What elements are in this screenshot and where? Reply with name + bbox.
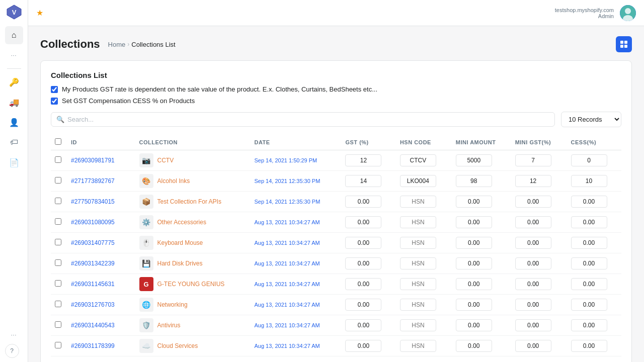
row-mini-gst-input[interactable] [515,237,551,249]
row-mini-gst-input[interactable] [515,299,551,311]
breadcrumb-home[interactable]: Home [108,41,126,48]
avatar[interactable] [620,5,636,21]
row-hsn-input[interactable] [400,154,436,166]
row-cess-input[interactable] [571,278,607,290]
row-id-link[interactable]: #269031440543 [71,322,115,329]
row-hsn-input[interactable] [400,299,436,311]
checkbox-gst-compensation[interactable] [51,98,58,105]
sidebar-item-more[interactable]: ··· [5,46,23,64]
grid-view-button[interactable] [616,36,632,52]
sidebar-item-documents[interactable]: 📄 [5,153,23,171]
row-mini-gst-input[interactable] [515,319,551,331]
row-collection-link[interactable]: Cloud Services [157,342,198,349]
row-checkbox[interactable] [55,198,61,204]
row-hsn-input[interactable] [400,175,436,187]
select-all-checkbox[interactable] [55,138,61,145]
row-id-link[interactable]: #269031145631 [71,281,115,288]
row-checkbox[interactable] [55,177,61,184]
row-mini-amount-input[interactable] [456,257,492,269]
sidebar-item-delivery[interactable]: 🚚 [5,93,23,111]
row-collection-link[interactable]: Hard Disk Drives [157,260,203,267]
records-select[interactable]: 10 Records 25 Records 50 Records 100 Rec… [561,112,621,127]
row-gst-input[interactable] [345,278,381,290]
row-hsn-input[interactable] [400,278,436,290]
row-id-link[interactable]: #269031276703 [71,301,115,308]
row-id-link[interactable]: #269031080095 [71,219,115,226]
sidebar-item-home[interactable]: ⌂ [5,26,23,44]
row-gst-input[interactable] [345,154,381,166]
sidebar-item-users[interactable]: 👤 [5,113,23,131]
row-checkbox[interactable] [55,259,61,266]
row-mini-amount-input[interactable] [456,196,492,208]
row-collection-link[interactable]: CCTV [157,157,174,164]
row-hsn-input[interactable] [400,257,436,269]
row-mini-gst-input[interactable] [515,216,551,228]
row-checkbox[interactable] [55,301,61,307]
row-gst-input[interactable] [345,257,381,269]
row-collection-link[interactable]: Test Collection For APIs [157,198,221,205]
row-id-link[interactable]: #271773892767 [71,177,115,185]
row-hsn-input[interactable] [400,196,436,208]
sidebar-item-help[interactable]: ? [5,344,19,358]
row-id-link[interactable]: #269031178399 [71,342,115,349]
row-cess-input[interactable] [571,154,607,166]
row-id-link[interactable]: #269031407775 [71,239,115,246]
row-collection-link[interactable]: G-TEC YOUNG GENIUS [157,281,225,288]
row-checkbox[interactable] [55,280,61,287]
row-id-link[interactable]: #277507834015 [71,198,115,205]
row-hsn-input[interactable] [400,237,436,249]
row-gst-input[interactable] [345,299,381,311]
row-mini-gst-input[interactable] [515,154,551,166]
row-gst-input[interactable] [345,237,381,249]
star-icon[interactable]: ★ [36,8,43,18]
sidebar-item-keys[interactable]: 🔑 [5,73,23,91]
row-mini-amount-input[interactable] [456,299,492,311]
row-gst-input[interactable] [345,216,381,228]
row-collection-link[interactable]: Alcohol Inks [157,177,190,185]
row-id-link[interactable]: #269031342239 [71,260,115,267]
row-checkbox[interactable] [55,239,61,245]
row-mini-amount-input[interactable] [456,154,492,166]
row-cess-input[interactable] [571,216,607,228]
row-gst-input[interactable] [345,196,381,208]
row-mini-amount-input[interactable] [456,216,492,228]
row-mini-gst-input[interactable] [515,340,551,352]
row-cess-input[interactable] [571,237,607,249]
row-cess-input[interactable] [571,299,607,311]
row-hsn-input[interactable] [400,340,436,352]
row-mini-amount-input[interactable] [456,278,492,290]
row-mini-gst-input[interactable] [515,257,551,269]
row-mini-amount-input[interactable] [456,319,492,331]
row-checkbox[interactable] [55,156,61,163]
row-cess-input[interactable] [571,340,607,352]
row-checkbox[interactable] [55,218,61,225]
row-mini-gst-input[interactable] [515,278,551,290]
row-cess-input[interactable] [571,196,607,208]
row-id-link[interactable]: #269030981791 [71,157,115,164]
row-cess-cell [567,192,621,212]
sidebar-item-more2[interactable]: ··· [5,326,23,344]
row-collection-link[interactable]: Networking [157,301,188,308]
row-collection-link[interactable]: Keyboard Mouse [157,239,203,246]
search-input[interactable] [67,116,549,123]
row-cess-input[interactable] [571,175,607,187]
row-gst-input[interactable] [345,319,381,331]
app-logo[interactable]: V [6,4,22,20]
sidebar-item-tags[interactable]: 🏷 [5,133,23,151]
row-hsn-input[interactable] [400,319,436,331]
row-cess-input[interactable] [571,319,607,331]
row-gst-input[interactable] [345,175,381,187]
row-mini-gst-input[interactable] [515,175,551,187]
row-collection-link[interactable]: Other Accessories [157,219,206,226]
checkbox-gst-dependent[interactable] [51,86,58,93]
row-cess-input[interactable] [571,257,607,269]
row-mini-amount-input[interactable] [456,175,492,187]
row-gst-input[interactable] [345,340,381,352]
row-checkbox[interactable] [55,342,61,348]
row-checkbox[interactable] [55,321,61,328]
row-mini-gst-input[interactable] [515,196,551,208]
row-mini-amount-input[interactable] [456,340,492,352]
row-collection-link[interactable]: Antivirus [157,322,181,329]
row-mini-amount-input[interactable] [456,237,492,249]
row-hsn-input[interactable] [400,216,436,228]
